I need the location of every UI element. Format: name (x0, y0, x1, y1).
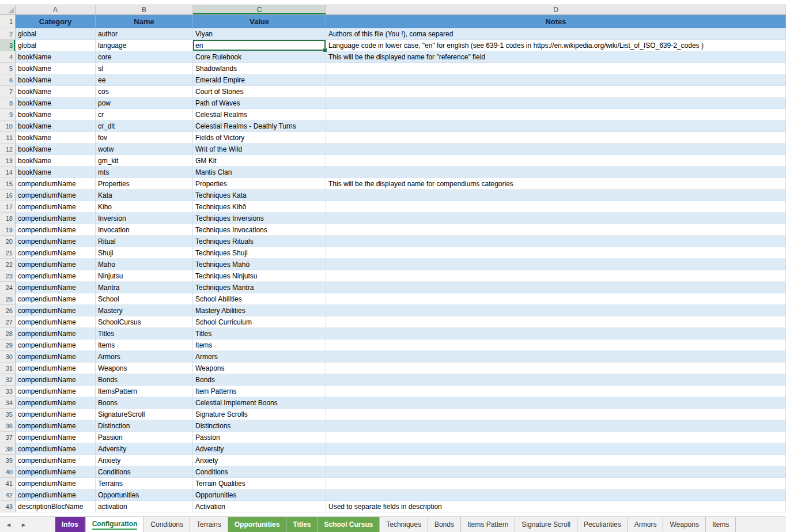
cell-C42[interactable]: Opportunities (193, 489, 326, 501)
cell-A20[interactable]: compendiumName (16, 236, 96, 247)
cell-B22[interactable]: Maho (96, 259, 193, 270)
cell-A8[interactable]: bookName (16, 97, 96, 109)
sheet-tab-configuration[interactable]: Configuration (85, 517, 145, 532)
cell-D41[interactable] (326, 478, 786, 489)
row-number-36[interactable]: 36 (0, 420, 16, 432)
cell-C8[interactable]: Path of Waves (193, 97, 326, 109)
cell-D42[interactable] (326, 489, 786, 501)
cell-A41[interactable]: compendiumName (16, 478, 96, 489)
row-number-12[interactable]: 12 (0, 144, 16, 155)
cell-D36[interactable] (326, 420, 786, 432)
cell-C28[interactable]: Titles (193, 328, 326, 339)
cell-C30[interactable]: Armors (193, 351, 326, 363)
cell-B7[interactable]: cos (96, 86, 193, 97)
cell-C41[interactable]: Terrain Qualities (193, 478, 326, 489)
sheet-tab-terrains[interactable]: Terrains (190, 517, 228, 532)
cell-D12[interactable] (326, 144, 786, 155)
row-number-27[interactable]: 27 (0, 316, 16, 328)
cell-C16[interactable]: Techniques Kata (193, 190, 326, 201)
cell-C23[interactable]: Techniques Ninjutsu (193, 270, 326, 282)
cell-B41[interactable]: Terrains (96, 478, 193, 489)
cell-C6[interactable]: Emerald Empire (193, 74, 326, 86)
row-number-32[interactable]: 32 (0, 374, 16, 386)
cell-C26[interactable]: Mastery Abilities (193, 305, 326, 316)
cell-A26[interactable]: compendiumName (16, 305, 96, 316)
cell-B39[interactable]: Anxiety (96, 455, 193, 466)
cell-A24[interactable]: compendiumName (16, 282, 96, 293)
cell-B15[interactable]: Properties (96, 178, 193, 190)
row-number-37[interactable]: 37 (0, 432, 16, 443)
cell-D21[interactable] (326, 247, 786, 259)
cell-C25[interactable]: School Abilities (193, 293, 326, 305)
row-number-6[interactable]: 6 (0, 74, 16, 86)
cell-D37[interactable] (326, 432, 786, 443)
row-number-2[interactable]: 2 (0, 28, 16, 40)
cell-D14[interactable] (326, 167, 786, 178)
cell-D40[interactable] (326, 466, 786, 478)
cell-C39[interactable]: Anxiety (193, 455, 326, 466)
row-number-7[interactable]: 7 (0, 86, 16, 97)
cell-B42[interactable]: Opportunities (96, 489, 193, 501)
cell-B33[interactable]: ItemsPattern (96, 386, 193, 397)
cell-D31[interactable] (326, 363, 786, 374)
cell-B16[interactable]: Kata (96, 190, 193, 201)
cell-C15[interactable]: Properties (193, 178, 326, 190)
cell-B10[interactable]: cr_dlt (96, 120, 193, 132)
row-number-17[interactable]: 17 (0, 201, 16, 213)
cell-B26[interactable]: Mastery (96, 305, 193, 316)
row-number-43[interactable]: 43 (0, 501, 16, 512)
cell-C17[interactable]: Techniques Kihō (193, 201, 326, 213)
row-number-4[interactable]: 4 (0, 51, 16, 63)
sheet-tab-signature-scroll[interactable]: Signature Scroll (515, 517, 577, 532)
row-number-15[interactable]: 15 (0, 178, 16, 190)
cell-A23[interactable]: compendiumName (16, 270, 96, 282)
column-header-b[interactable]: B (96, 5, 193, 14)
cell-C5[interactable]: Shadowlands (193, 63, 326, 74)
sheet-tab-techniques[interactable]: Techniques (380, 517, 428, 532)
cell-A33[interactable]: compendiumName (16, 386, 96, 397)
cell-C38[interactable]: Adversity (193, 443, 326, 455)
row-number-34[interactable]: 34 (0, 397, 16, 409)
cell-A2[interactable]: global (16, 28, 96, 40)
cell-C20[interactable]: Techniques Rituals (193, 236, 326, 247)
row-number-16[interactable]: 16 (0, 190, 16, 201)
row-number-19[interactable]: 19 (0, 224, 16, 236)
cell-B8[interactable]: pow (96, 97, 193, 109)
cell-A13[interactable]: bookName (16, 155, 96, 167)
cell-D15[interactable]: This will be the displayed name for comp… (326, 178, 786, 190)
cell-A42[interactable]: compendiumName (16, 489, 96, 501)
cell-B21[interactable]: Shuji (96, 247, 193, 259)
column-header-a[interactable]: A (16, 5, 96, 14)
cell-C10[interactable]: Celestial Realms - Deathly Turns (193, 120, 326, 132)
row-number-24[interactable]: 24 (0, 282, 16, 293)
cell-B24[interactable]: Mantra (96, 282, 193, 293)
row-number-11[interactable]: 11 (0, 132, 16, 144)
cell-D28[interactable] (326, 328, 786, 339)
sheet-nav-right-icon[interactable]: ► (21, 522, 27, 528)
cell-D18[interactable] (326, 213, 786, 224)
column-header-c[interactable]: C (193, 5, 326, 14)
row-number-20[interactable]: 20 (0, 236, 16, 247)
row-number-8[interactable]: 8 (0, 97, 16, 109)
cell-B17[interactable]: Kiho (96, 201, 193, 213)
row-number-39[interactable]: 39 (0, 455, 16, 466)
row-number-5[interactable]: 5 (0, 63, 16, 74)
row-number-26[interactable]: 26 (0, 305, 16, 316)
cell-D10[interactable] (326, 120, 786, 132)
cell-D30[interactable] (326, 351, 786, 363)
row-number-10[interactable]: 10 (0, 120, 16, 132)
row-number-41[interactable]: 41 (0, 478, 16, 489)
cell-A35[interactable]: compendiumName (16, 409, 96, 420)
cell-D11[interactable] (326, 132, 786, 144)
cell-A30[interactable]: compendiumName (16, 351, 96, 363)
cell-A15[interactable]: compendiumName (16, 178, 96, 190)
row-number-3[interactable]: 3 (0, 40, 16, 51)
row-number-13[interactable]: 13 (0, 155, 16, 167)
sheet-tab-opportunities[interactable]: Opportunities (228, 517, 287, 532)
cell-C36[interactable]: Distinctions (193, 420, 326, 432)
cell-A39[interactable]: compendiumName (16, 455, 96, 466)
cell-C19[interactable]: Techniques Invocations (193, 224, 326, 236)
cell-D19[interactable] (326, 224, 786, 236)
cell-D39[interactable] (326, 455, 786, 466)
cell-C18[interactable]: Techniques Inversions (193, 213, 326, 224)
